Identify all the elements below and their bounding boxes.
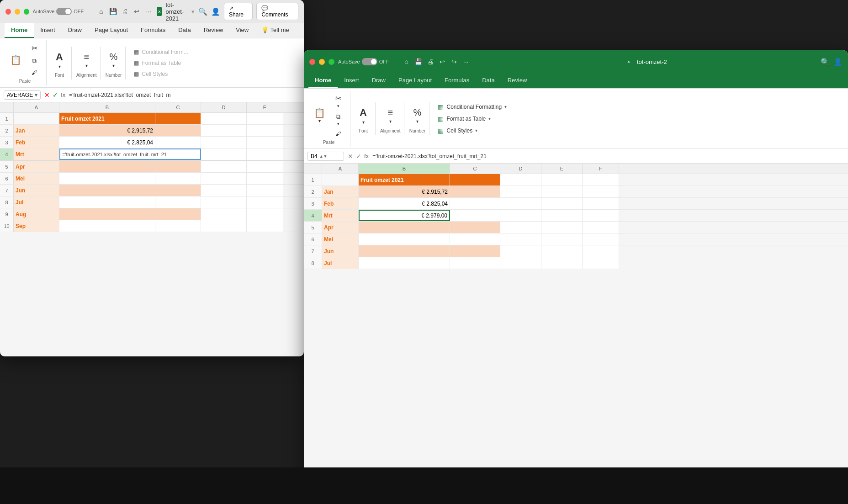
- more-icon-2[interactable]: ···: [461, 57, 471, 66]
- save-icon-2[interactable]: 💾: [414, 57, 423, 66]
- cell-B8-2[interactable]: [359, 257, 450, 269]
- cell-B4-1[interactable]: ='fruit-omzet-2021.xlsx'!tot_omzet_fruit…: [59, 149, 201, 160]
- close-button-1[interactable]: [5, 9, 11, 15]
- search-icon-1[interactable]: 🔍: [198, 7, 207, 16]
- cell-E5-2[interactable]: [541, 222, 583, 233]
- cut-button-2[interactable]: ✂▾: [330, 92, 346, 110]
- col-header-A-1[interactable]: A: [14, 102, 59, 112]
- cell-F4-2[interactable]: [583, 210, 619, 221]
- cell-A4-2[interactable]: Mrt: [322, 210, 359, 221]
- cell-D6-2[interactable]: [500, 233, 541, 245]
- col-header-C-1[interactable]: C: [155, 102, 201, 112]
- alignment-button-2[interactable]: ≡ ▾: [382, 106, 398, 126]
- toggle-pill-1[interactable]: [56, 8, 72, 15]
- cell-A1-2[interactable]: [322, 174, 359, 186]
- cell-E2-2[interactable]: [541, 186, 583, 197]
- cell-A4-1[interactable]: Mrt: [14, 149, 59, 160]
- cell-E6-1[interactable]: [247, 173, 283, 184]
- cell-D8-2[interactable]: [500, 257, 541, 269]
- tab-home-1[interactable]: Home: [5, 23, 34, 38]
- cell-B9-1[interactable]: [59, 208, 155, 220]
- print-icon-1[interactable]: 🖨: [120, 7, 129, 16]
- cell-E3-2[interactable]: [541, 198, 583, 209]
- cell-E1-1[interactable]: [247, 113, 283, 124]
- cell-C1-2[interactable]: [450, 174, 500, 186]
- col-header-D-1[interactable]: D: [201, 102, 247, 112]
- print-icon-2[interactable]: 🖨: [426, 57, 435, 66]
- number-button-2[interactable]: % ▾: [409, 106, 425, 126]
- cell-A1-1[interactable]: [14, 113, 59, 124]
- paste-button-1[interactable]: 📋: [7, 53, 24, 66]
- autosave-toggle-1[interactable]: AutoSave OFF: [33, 8, 84, 15]
- cell-C10-1[interactable]: [155, 220, 201, 232]
- cell-B7-2[interactable]: [359, 245, 450, 257]
- comments-button-1[interactable]: 💬 Comments: [256, 3, 298, 20]
- cell-A6-1[interactable]: Mei: [14, 173, 59, 184]
- cell-A2-1[interactable]: Jan: [14, 125, 59, 136]
- cell-D2-1[interactable]: [201, 125, 247, 136]
- tab-insert-2[interactable]: Insert: [338, 73, 366, 88]
- cell-E3-1[interactable]: [247, 137, 283, 148]
- cell-C7-1[interactable]: [155, 185, 201, 196]
- tab-pagelayout-2[interactable]: Page Layout: [392, 73, 438, 88]
- cell-C4-2[interactable]: [450, 210, 500, 221]
- fat-item-2[interactable]: ▦ Format as Table ▾: [434, 114, 494, 124]
- cell-E9-1[interactable]: [247, 208, 283, 220]
- cell-D3-2[interactable]: [500, 198, 541, 209]
- cell-A7-2[interactable]: Jun: [322, 245, 359, 257]
- cs-item-1[interactable]: ▦ Cell Styles: [130, 69, 171, 79]
- col-header-D-2[interactable]: D: [500, 164, 541, 174]
- cell-B8-1[interactable]: [59, 196, 155, 208]
- cell-D1-2[interactable]: [500, 174, 541, 186]
- confirm-formula-icon-1[interactable]: ✓: [53, 91, 58, 99]
- cell-E4-1[interactable]: [247, 149, 283, 160]
- cell-E5-1[interactable]: [247, 161, 283, 172]
- cell-A3-1[interactable]: Feb: [14, 137, 59, 148]
- cell-A5-1[interactable]: Apr: [14, 161, 59, 172]
- cell-ref-box-1[interactable]: AVERAGE ▾: [4, 90, 41, 100]
- alignment-button-1[interactable]: ≡ ▾: [78, 50, 95, 70]
- tab-review-2[interactable]: Review: [501, 73, 534, 88]
- save-icon-1[interactable]: 💾: [108, 7, 117, 16]
- copy-button-1[interactable]: ⧉: [26, 55, 42, 67]
- copy-button-2[interactable]: ⧉▾: [330, 111, 346, 128]
- cell-C5-2[interactable]: [450, 222, 500, 233]
- cell-D2-2[interactable]: [500, 186, 541, 197]
- cell-B3-1[interactable]: € 2.825,04: [59, 137, 155, 148]
- cell-A5-2[interactable]: Apr: [322, 222, 359, 233]
- cell-B3-2[interactable]: € 2.825,04: [359, 198, 450, 209]
- more-icon-1[interactable]: ···: [144, 7, 153, 16]
- undo-icon-1[interactable]: ↩: [132, 7, 141, 16]
- col-header-B-2[interactable]: B: [359, 164, 450, 174]
- cell-F5-2[interactable]: [583, 222, 619, 233]
- col-header-E-1[interactable]: E: [247, 102, 283, 112]
- cell-E10-1[interactable]: [247, 220, 283, 232]
- people-icon-1[interactable]: 👤: [211, 7, 220, 16]
- autosave-toggle-2[interactable]: AutoSave OFF: [338, 58, 389, 65]
- cell-A9-1[interactable]: Aug: [14, 208, 59, 220]
- cell-D4-2[interactable]: [500, 210, 541, 221]
- cell-B1-2[interactable]: Fruit omzet 2021: [359, 174, 450, 186]
- home-icon-2[interactable]: ⌂: [402, 57, 411, 66]
- cell-E4-2[interactable]: [541, 210, 583, 221]
- col-header-A-2[interactable]: A: [322, 164, 359, 174]
- cell-A8-1[interactable]: Jul: [14, 196, 59, 208]
- cell-C3-2[interactable]: [450, 198, 500, 209]
- cell-B2-1[interactable]: € 2.915,72: [59, 125, 155, 136]
- cell-F7-2[interactable]: [583, 245, 619, 257]
- tab-data-2[interactable]: Data: [476, 73, 501, 88]
- cell-D1-1[interactable]: [201, 113, 247, 124]
- tab-tellme-1[interactable]: 💡 Tell me: [255, 23, 296, 38]
- number-button-1[interactable]: % ▾: [105, 50, 122, 70]
- paste-special-button-1[interactable]: 🖌: [26, 68, 42, 78]
- cell-F6-2[interactable]: [583, 233, 619, 245]
- cell-B6-2[interactable]: [359, 233, 450, 245]
- cell-E7-1[interactable]: [247, 185, 283, 196]
- cell-D7-2[interactable]: [500, 245, 541, 257]
- cell-C2-1[interactable]: [155, 125, 201, 136]
- formula-input-2[interactable]: ='fruit-omzet-2021.xlsx'!tot_omzet_fruit…: [372, 153, 844, 159]
- col-header-B-1[interactable]: B: [59, 102, 155, 112]
- cell-A2-2[interactable]: Jan: [322, 186, 359, 197]
- tab-review-1[interactable]: Review: [197, 23, 230, 38]
- cell-F3-2[interactable]: [583, 198, 619, 209]
